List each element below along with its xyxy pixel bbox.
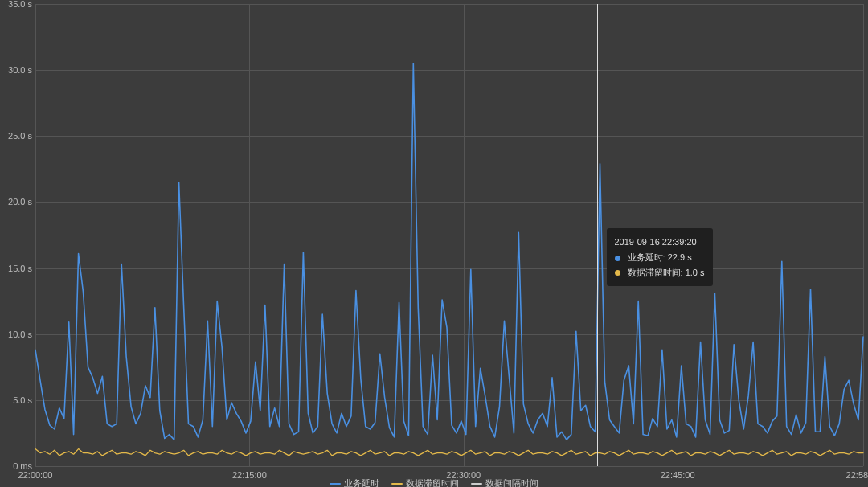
chart-legend: 业务延时 数据滞留时间 数据间隔时间 <box>0 477 868 487</box>
chart-cursor-line <box>597 4 598 466</box>
legend-item-2[interactable]: 数据间隔时间 <box>471 477 538 487</box>
legend-item-0[interactable]: 业务延时 <box>330 477 379 487</box>
legend-item-1[interactable]: 数据滞留时间 <box>391 477 459 487</box>
latency-chart[interactable]: 0 ms5.0 s10.0 s15.0 s20.0 s25.0 s30.0 s3… <box>0 0 868 487</box>
chart-plot[interactable] <box>0 0 868 487</box>
